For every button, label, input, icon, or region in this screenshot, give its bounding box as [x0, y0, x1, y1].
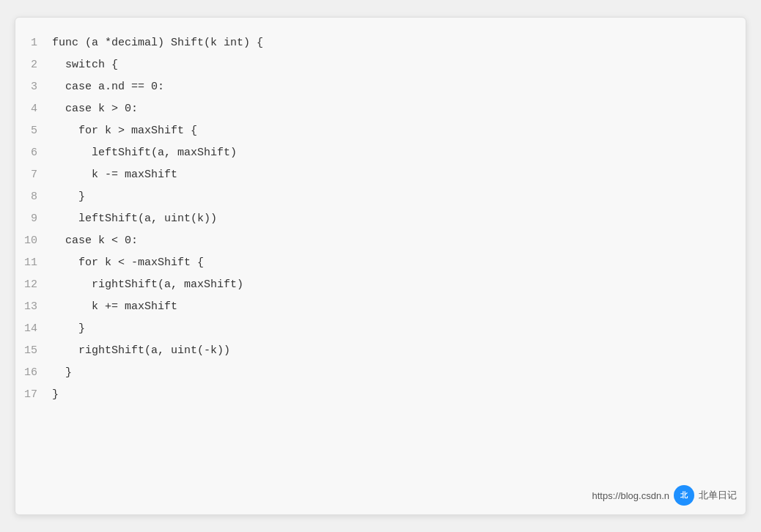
code-line: 2 switch { — [15, 54, 746, 76]
line-content: rightShift(a, uint(-k)) — [52, 340, 746, 362]
code-line: 1func (a *decimal) Shift(k int) { — [15, 32, 746, 54]
line-content: } — [52, 318, 746, 340]
line-number: 6 — [15, 142, 52, 164]
line-number: 11 — [15, 252, 52, 274]
code-container: 1func (a *decimal) Shift(k int) {2 switc… — [15, 17, 746, 515]
line-content: rightShift(a, maxShift) — [52, 274, 746, 296]
code-line: 15 rightShift(a, uint(-k)) — [15, 340, 746, 362]
line-content: func (a *decimal) Shift(k int) { — [52, 32, 746, 54]
line-content: case a.nd == 0: — [52, 76, 746, 98]
code-line: 8 } — [15, 186, 746, 208]
line-number: 3 — [15, 76, 52, 98]
code-line: 4 case k > 0: — [15, 98, 746, 120]
line-number: 10 — [15, 230, 52, 252]
line-content: for k > maxShift { — [52, 120, 746, 142]
code-line: 7 k -= maxShift — [15, 164, 746, 186]
code-line: 11 for k < -maxShift { — [15, 252, 746, 274]
line-number: 12 — [15, 274, 52, 296]
line-number: 8 — [15, 186, 52, 208]
code-block: 1func (a *decimal) Shift(k int) {2 switc… — [15, 32, 746, 406]
line-content: k += maxShift — [52, 296, 746, 318]
code-line: 6 leftShift(a, maxShift) — [15, 142, 746, 164]
code-line: 16 } — [15, 362, 746, 384]
line-content: } — [52, 186, 746, 208]
line-number: 16 — [15, 362, 52, 384]
line-number: 7 — [15, 164, 52, 186]
line-content: leftShift(a, uint(k)) — [52, 208, 746, 230]
watermark-logo: 北 — [674, 485, 694, 506]
watermark: https://blog.csdn.n 北 北单日记 — [592, 485, 737, 506]
line-number: 9 — [15, 208, 52, 230]
line-content: case k < 0: — [52, 230, 746, 252]
code-line: 9 leftShift(a, uint(k)) — [15, 208, 746, 230]
line-content: case k > 0: — [52, 98, 746, 120]
line-number: 14 — [15, 318, 52, 340]
line-content: } — [52, 362, 746, 384]
line-content: } — [52, 384, 746, 406]
code-line: 17} — [15, 384, 746, 406]
line-content: switch { — [52, 54, 746, 76]
line-content: for k < -maxShift { — [52, 252, 746, 274]
line-number: 15 — [15, 340, 52, 362]
code-line: 5 for k > maxShift { — [15, 120, 746, 142]
line-number: 2 — [15, 54, 52, 76]
code-line: 13 k += maxShift — [15, 296, 746, 318]
watermark-url: https://blog.csdn.n — [592, 490, 669, 501]
code-line: 3 case a.nd == 0: — [15, 76, 746, 98]
line-number: 1 — [15, 32, 52, 54]
code-line: 10 case k < 0: — [15, 230, 746, 252]
watermark-brand: 北单日记 — [699, 489, 737, 502]
line-number: 4 — [15, 98, 52, 120]
line-number: 13 — [15, 296, 52, 318]
line-number: 17 — [15, 384, 52, 406]
code-line: 14 } — [15, 318, 746, 340]
code-line: 12 rightShift(a, maxShift) — [15, 274, 746, 296]
line-content: k -= maxShift — [52, 164, 746, 186]
line-content: leftShift(a, maxShift) — [52, 142, 746, 164]
line-number: 5 — [15, 120, 52, 142]
